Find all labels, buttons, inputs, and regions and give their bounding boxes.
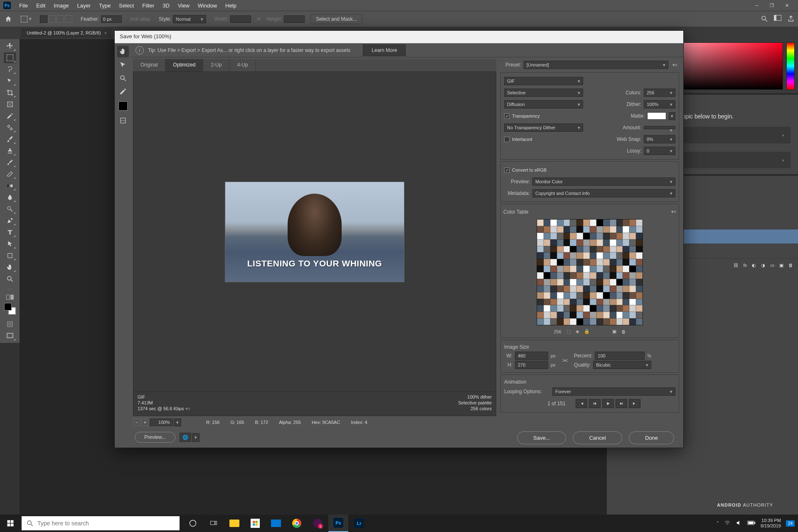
- tool-overflow-icon[interactable]: ⋯: [7, 287, 12, 292]
- foreground-color[interactable]: [4, 303, 12, 310]
- metadata-select[interactable]: Copyright and Contact Info: [532, 189, 675, 197]
- zoom-tool[interactable]: [117, 72, 129, 84]
- layer-adjust-icon[interactable]: ◑: [761, 263, 765, 268]
- play-button[interactable]: [602, 399, 614, 408]
- constrain-link-icon[interactable]: ⫘: [562, 357, 568, 364]
- color-table-menu-icon[interactable]: ▾≡: [671, 209, 676, 214]
- close-tab-icon[interactable]: ×: [104, 30, 107, 35]
- window-close[interactable]: ✕: [783, 2, 791, 9]
- share-icon[interactable]: [787, 15, 795, 23]
- matte-dropdown-icon[interactable]: ▾: [669, 112, 675, 120]
- hand-tool[interactable]: [4, 262, 16, 273]
- ct-delete-icon[interactable]: 🗑: [621, 329, 626, 334]
- tray-battery-icon[interactable]: [747, 520, 756, 526]
- select-mask-button[interactable]: Select and Mask...: [310, 14, 362, 24]
- interlaced-checkbox[interactable]: [504, 137, 510, 142]
- healing-tool[interactable]: [4, 122, 16, 133]
- preview-button[interactable]: Preview...: [135, 432, 175, 443]
- taskbar-lightroom[interactable]: Lr: [349, 515, 369, 532]
- tab-optimized[interactable]: Optimized: [165, 59, 203, 71]
- hue-slider[interactable]: [786, 42, 795, 90]
- window-restore[interactable]: ❐: [768, 2, 776, 9]
- zoom-in-icon[interactable]: +: [141, 419, 149, 426]
- selection-intersect-icon[interactable]: [65, 15, 72, 23]
- preview-select[interactable]: Monitor Color: [532, 177, 675, 186]
- format-select[interactable]: GIF: [504, 77, 583, 85]
- menu-filter[interactable]: Filter: [138, 1, 158, 10]
- layer-mask-icon[interactable]: ◐: [752, 263, 756, 268]
- taskbar-explorer[interactable]: [224, 515, 244, 532]
- done-button[interactable]: Done: [629, 431, 674, 444]
- ct-icon[interactable]: ⬚: [566, 329, 571, 334]
- move-tool[interactable]: [4, 41, 16, 52]
- layer-delete-icon[interactable]: 🗑: [788, 263, 793, 268]
- quick-mask-icon[interactable]: [4, 319, 16, 330]
- eyedropper-tool[interactable]: [4, 111, 16, 121]
- learn-more-button[interactable]: Learn More: [363, 44, 406, 56]
- eyedropper-tool[interactable]: [117, 86, 129, 97]
- tray-volume-icon[interactable]: [736, 520, 742, 527]
- taskbar-chrome[interactable]: [287, 515, 307, 532]
- last-frame-button[interactable]: [629, 399, 640, 408]
- zoom-dropdown-icon[interactable]: ▾: [174, 419, 181, 426]
- taskbar-photoshop[interactable]: Ps: [328, 515, 348, 532]
- dodge-tool[interactable]: [4, 204, 16, 214]
- taskbar-store[interactable]: [245, 515, 265, 532]
- quality-select[interactable]: Bicubic: [593, 361, 651, 369]
- srgb-checkbox[interactable]: [504, 167, 510, 173]
- zoom-out-icon[interactable]: −: [133, 419, 140, 426]
- layer-group-icon[interactable]: ▭: [770, 263, 774, 268]
- workspace-icon[interactable]: [774, 15, 781, 21]
- selection-add-icon[interactable]: [48, 15, 56, 23]
- history-brush-tool[interactable]: [4, 157, 16, 168]
- save-button[interactable]: Save...: [517, 431, 566, 444]
- browser-preview-icon[interactable]: 🌐: [180, 433, 191, 442]
- gradient-tool[interactable]: [4, 180, 16, 191]
- ct-icon[interactable]: ◈: [576, 329, 579, 334]
- search-input[interactable]: [37, 520, 175, 527]
- next-frame-button[interactable]: [616, 399, 627, 408]
- edit-toolbar-icon[interactable]: [6, 295, 14, 300]
- marquee-tool[interactable]: [4, 52, 16, 63]
- reduction-select[interactable]: Selective: [504, 89, 583, 97]
- type-tool[interactable]: [4, 227, 16, 238]
- frame-tool[interactable]: [4, 99, 16, 110]
- tab-2up[interactable]: 2-Up: [203, 59, 229, 71]
- layer-fx-icon[interactable]: fx: [743, 263, 747, 268]
- selection-new-icon[interactable]: [40, 15, 47, 23]
- lasso-tool[interactable]: [4, 64, 16, 75]
- transparency-checkbox[interactable]: [504, 113, 510, 119]
- browser-dropdown-icon[interactable]: ▾: [192, 433, 200, 442]
- home-button[interactable]: [2, 13, 15, 25]
- feather-input[interactable]: [101, 15, 122, 23]
- tray-expand-icon[interactable]: ˄: [717, 521, 719, 526]
- lossy-select[interactable]: 0: [644, 147, 675, 155]
- stamp-tool[interactable]: [4, 145, 16, 156]
- tray-wifi-icon[interactable]: [724, 520, 731, 527]
- taskbar-slack[interactable]: 1: [308, 515, 328, 532]
- taskbar-cortana[interactable]: [183, 515, 203, 532]
- ct-new-icon[interactable]: ▣: [612, 329, 616, 334]
- preview-viewport[interactable]: LISTENING TO YOUR WHINING: [133, 71, 496, 392]
- layer-new-icon[interactable]: ▣: [779, 263, 783, 268]
- dither-select[interactable]: 100%: [644, 100, 675, 108]
- crop-tool[interactable]: [4, 87, 16, 98]
- menu-3d[interactable]: 3D: [158, 1, 174, 10]
- color-swatches[interactable]: [4, 303, 16, 315]
- cancel-button[interactable]: Cancel: [573, 431, 622, 444]
- blur-tool[interactable]: [4, 192, 16, 203]
- slice-select-tool[interactable]: [117, 59, 129, 71]
- menu-window[interactable]: Window: [194, 1, 221, 10]
- brush-tool[interactable]: [4, 134, 16, 145]
- preset-menu-icon[interactable]: ▾≡: [671, 62, 679, 68]
- selection-subtract-icon[interactable]: [57, 15, 64, 23]
- tab-original[interactable]: Original: [133, 59, 165, 71]
- toggle-slices-icon[interactable]: [117, 115, 129, 126]
- looping-select[interactable]: Forever: [552, 387, 675, 396]
- ct-lock-icon[interactable]: 🔒: [584, 329, 590, 334]
- height-input[interactable]: [515, 361, 548, 369]
- menu-view[interactable]: View: [174, 1, 194, 10]
- screen-mode-icon[interactable]: [4, 330, 16, 341]
- quick-select-tool[interactable]: [4, 76, 16, 86]
- preset-select[interactable]: [Unnamed]: [524, 61, 668, 69]
